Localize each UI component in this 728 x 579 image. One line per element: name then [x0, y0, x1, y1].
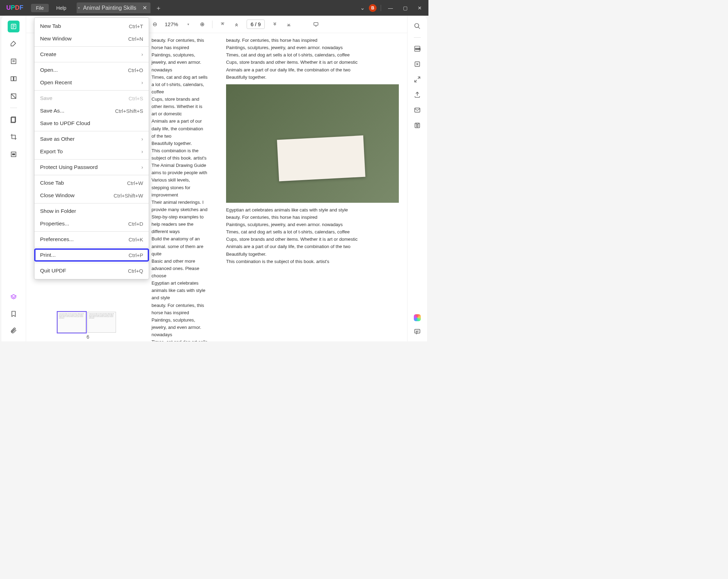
- menu-item-quit-updf[interactable]: Quit UPDFCtrl+Q: [34, 264, 149, 277]
- menu-item-label: Open...: [40, 67, 58, 73]
- menu-item-label: Save to UPDF Cloud: [40, 120, 90, 126]
- menu-item-new-window[interactable]: New WindowCtrl+N: [34, 32, 149, 45]
- file-menu-dropdown: New TabCtrl+TNew WindowCtrl+NCreate›Open…: [34, 17, 149, 279]
- right-sidebar: OCR: [408, 16, 427, 341]
- search-icon[interactable]: [413, 22, 421, 30]
- reader-tool[interactable]: [8, 21, 20, 32]
- tab-title: Animal Painting Skills: [83, 5, 136, 11]
- svg-point-16: [417, 125, 418, 127]
- document-tab[interactable]: Animal Painting Skills ✕: [77, 2, 150, 13]
- menu-item-label: Show in Folder: [40, 208, 76, 214]
- presentation-icon[interactable]: [312, 21, 320, 28]
- menu-item-create[interactable]: Create›: [34, 48, 149, 61]
- menu-item-shortcut: Ctrl+Q: [128, 268, 143, 274]
- page-tool[interactable]: [8, 73, 20, 85]
- crop-tool[interactable]: [8, 131, 20, 143]
- maximize-button[interactable]: ▢: [400, 5, 410, 11]
- menu-item-label: Create: [40, 51, 56, 57]
- comment-tool[interactable]: [8, 38, 20, 50]
- new-tab-button[interactable]: ＋: [155, 4, 162, 12]
- svg-rect-3: [14, 77, 16, 81]
- menu-item-label: Save: [40, 95, 52, 101]
- menu-item-save-as-other[interactable]: Save as Other›: [34, 133, 149, 145]
- menu-item-shortcut: Ctrl+K: [129, 237, 143, 242]
- menu-item-close-window[interactable]: Close WindowCtrl+Shift+W: [34, 189, 149, 202]
- thumbnail-page-6[interactable]: Lorem ipsum dolor sit amet consectetur a…: [57, 312, 86, 333]
- menu-item-save-to-updf-cloud[interactable]: Save to UPDF Cloud: [34, 117, 149, 130]
- menu-item-shortcut: Ctrl+S: [129, 95, 143, 101]
- menu-item-properties[interactable]: Properties...Ctrl+D: [34, 217, 149, 230]
- menu-separator: [34, 90, 149, 91]
- email-icon[interactable]: [413, 106, 421, 114]
- chevron-right-icon: ›: [141, 148, 143, 155]
- edit-tool[interactable]: [8, 55, 20, 67]
- menu-item-label: Print...: [40, 252, 56, 258]
- fill-sign-tool[interactable]: [8, 90, 20, 102]
- redact-tool[interactable]: [8, 148, 20, 160]
- menu-separator: [34, 62, 149, 62]
- menu-item-label: Open Recent: [40, 79, 72, 86]
- close-tab-icon[interactable]: ✕: [142, 5, 147, 11]
- thumbnail-page-7[interactable]: Lorem ipsum dolor sit amet consectetur a…: [87, 312, 116, 333]
- thumbnail-spread: Lorem ipsum dolor sit amet consectetur a…: [57, 312, 118, 338]
- minimize-button[interactable]: —: [385, 5, 396, 11]
- left-sidebar: [1, 16, 26, 341]
- menu-item-shortcut: Ctrl+W: [127, 180, 143, 186]
- menu-item-new-tab[interactable]: New TabCtrl+T: [34, 20, 149, 32]
- menu-item-protect-using-password[interactable]: Protect Using Password›: [34, 161, 149, 173]
- separator: [10, 108, 17, 108]
- compress-icon[interactable]: [413, 75, 421, 84]
- share-icon[interactable]: [413, 91, 421, 99]
- menu-separator: [34, 46, 149, 47]
- prev-page-icon[interactable]: [233, 21, 240, 28]
- menu-item-print[interactable]: Print...Ctrl+P: [34, 249, 149, 261]
- separator: [212, 21, 212, 28]
- menu-item-open[interactable]: Open...Ctrl+O: [34, 64, 149, 76]
- chevron-right-icon: ›: [141, 164, 143, 170]
- zoom-dropdown-icon[interactable]: ▾: [184, 21, 192, 28]
- menu-item-label: Save As...: [40, 108, 64, 114]
- menu-item-label: Preferences...: [40, 236, 74, 242]
- menu-item-show-in-folder[interactable]: Show in Folder: [34, 205, 149, 217]
- menu-item-save: SaveCtrl+S: [34, 92, 149, 105]
- convert-icon[interactable]: [413, 60, 421, 68]
- separator: [414, 37, 421, 38]
- ai-assistant-icon[interactable]: [414, 314, 421, 321]
- menu-item-save-as[interactable]: Save As...Ctrl+Shift+S: [34, 105, 149, 117]
- svg-rect-2: [11, 77, 14, 81]
- menu-item-label: Export To: [40, 148, 63, 155]
- user-avatar[interactable]: B: [369, 4, 377, 12]
- menu-item-preferences[interactable]: Preferences...Ctrl+K: [34, 233, 149, 246]
- app-logo: UPDF: [0, 4, 30, 11]
- chat-icon[interactable]: [413, 327, 421, 336]
- attachment-icon[interactable]: [8, 325, 20, 337]
- menu-item-shortcut: Ctrl+N: [128, 36, 143, 42]
- organize-tool[interactable]: [8, 114, 20, 125]
- document-image: [226, 84, 399, 203]
- first-page-icon[interactable]: [219, 21, 226, 28]
- menu-item-label: Close Tab: [40, 180, 64, 186]
- menu-separator: [34, 131, 149, 131]
- menu-help[interactable]: Help: [52, 4, 71, 12]
- save-icon[interactable]: [413, 121, 421, 130]
- next-page-icon[interactable]: [271, 21, 279, 28]
- chevron-right-icon: ›: [141, 79, 143, 86]
- menu-item-shortcut: Ctrl+Shift+S: [115, 108, 143, 114]
- menu-item-open-recent[interactable]: Open Recent›: [34, 76, 149, 89]
- tab-overflow-icon[interactable]: ⌄: [360, 5, 365, 11]
- menu-item-shortcut: Ctrl+T: [129, 23, 143, 29]
- menu-item-shortcut: Ctrl+O: [128, 67, 143, 73]
- divider: [381, 5, 381, 11]
- page-number-input[interactable]: 6 / 9: [247, 20, 264, 29]
- menu-file[interactable]: File: [31, 4, 49, 12]
- ocr-icon[interactable]: OCR: [413, 45, 421, 53]
- close-window-button[interactable]: ✕: [415, 5, 425, 11]
- chevron-right-icon: ›: [141, 51, 143, 57]
- zoom-out-icon[interactable]: ⊖: [151, 21, 158, 28]
- layers-icon[interactable]: [8, 291, 20, 303]
- menu-item-export-to[interactable]: Export To›: [34, 145, 149, 158]
- zoom-in-icon[interactable]: ⊕: [198, 21, 206, 28]
- bookmark-icon[interactable]: [8, 308, 20, 320]
- menu-item-close-tab[interactable]: Close TabCtrl+W: [34, 177, 149, 189]
- last-page-icon[interactable]: [285, 21, 293, 28]
